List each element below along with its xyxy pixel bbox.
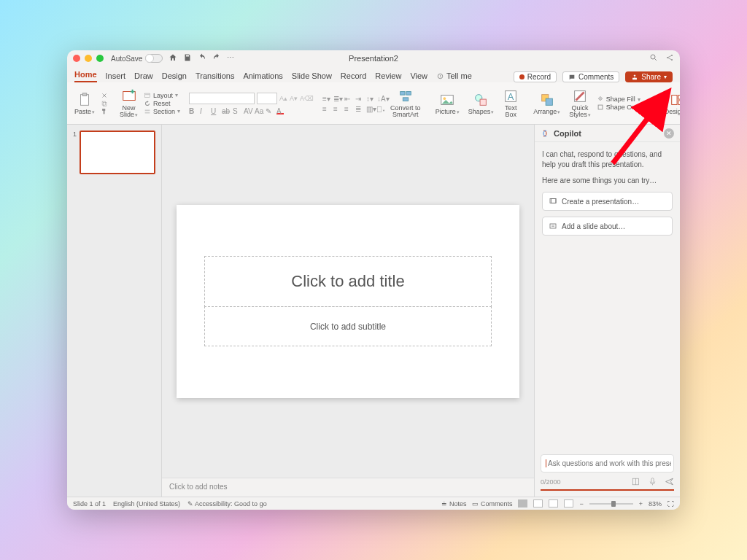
clear-format-icon[interactable]: A⌫ xyxy=(300,95,314,102)
tab-animations[interactable]: Animations xyxy=(243,69,282,82)
quick-styles-button[interactable]: Quick Styles xyxy=(566,85,594,122)
status-accessibility[interactable]: ✎ Accessibility: Good to go xyxy=(187,500,267,508)
columns-icon[interactable]: ▥▾ xyxy=(366,105,374,112)
font-color-icon[interactable]: A xyxy=(276,107,284,114)
svg-rect-34 xyxy=(651,478,654,483)
decrease-font-icon[interactable]: A▾ xyxy=(290,95,298,102)
font-family-select[interactable] xyxy=(189,93,255,104)
section-button[interactable]: Section▾ xyxy=(144,108,180,115)
shape-outline-button[interactable]: Shape Outline▾ xyxy=(597,104,653,111)
bullets-icon[interactable]: ≡▾ xyxy=(322,95,330,102)
paste-button[interactable]: Paste xyxy=(71,85,98,122)
tab-slideshow[interactable]: Slide Show xyxy=(292,69,332,82)
fit-to-window-button[interactable]: ⛶ xyxy=(667,500,674,508)
close-window-button[interactable] xyxy=(73,55,80,62)
autosave-control[interactable]: AutoSave xyxy=(111,54,163,63)
numbering-icon[interactable]: ≣▾ xyxy=(333,95,341,102)
share-button[interactable]: Share▾ xyxy=(625,71,673,82)
presentation-icon xyxy=(549,197,557,206)
slideshow-view-button[interactable] xyxy=(564,499,573,508)
maximize-window-button[interactable] xyxy=(96,55,104,62)
text-direction-icon[interactable]: ↓A▾ xyxy=(377,95,384,102)
book-icon[interactable] xyxy=(631,477,640,486)
subsuper-icon[interactable]: AV xyxy=(244,107,251,114)
canvas-area[interactable]: Click to add title Click to add subtitle xyxy=(162,125,534,478)
highlight-icon[interactable]: ✎ xyxy=(266,107,273,114)
comments-button[interactable]: Comments xyxy=(562,71,619,82)
send-icon[interactable] xyxy=(665,477,674,486)
reading-view-button[interactable] xyxy=(549,499,558,508)
normal-view-button[interactable] xyxy=(518,499,527,508)
save-icon[interactable] xyxy=(183,53,192,63)
thumbnail-number: 1 xyxy=(73,131,77,174)
bold-icon[interactable]: B xyxy=(189,107,196,114)
shapes-button[interactable]: Shapes xyxy=(465,85,498,122)
status-comments-button[interactable]: ▭ Comments xyxy=(472,500,512,508)
cut-icon[interactable] xyxy=(101,92,108,99)
undo-icon[interactable] xyxy=(198,53,206,63)
sorter-view-button[interactable] xyxy=(533,499,543,508)
tab-design[interactable]: Design xyxy=(162,69,187,82)
tab-insert[interactable]: Insert xyxy=(106,69,126,82)
zoom-out-button[interactable]: − xyxy=(579,500,583,508)
copilot-input[interactable] xyxy=(548,459,671,467)
tab-home[interactable]: Home xyxy=(74,68,97,82)
tab-draw[interactable]: Draw xyxy=(134,69,153,82)
tab-transitions[interactable]: Transitions xyxy=(196,69,234,82)
status-notes-button[interactable]: ≐ Notes xyxy=(441,500,466,508)
zoom-percent[interactable]: 83% xyxy=(649,500,662,508)
arrange-button[interactable]: Arrange xyxy=(530,85,563,122)
reset-button[interactable]: Reset xyxy=(144,100,180,107)
record-button[interactable]: Record xyxy=(514,71,557,82)
search-icon[interactable] xyxy=(649,53,658,63)
increase-font-icon[interactable]: A▴ xyxy=(279,95,287,102)
autosave-toggle[interactable] xyxy=(145,54,163,63)
copilot-char-counter: 0/2000 xyxy=(541,478,561,486)
tab-review[interactable]: Review xyxy=(375,69,401,82)
home-icon[interactable] xyxy=(169,53,177,63)
italic-icon[interactable]: I xyxy=(200,107,207,114)
underline-icon[interactable]: U xyxy=(211,107,218,114)
mic-icon[interactable] xyxy=(648,477,657,486)
align-text-icon[interactable]: ⎕▾ xyxy=(377,105,384,112)
convert-smartart-button[interactable]: Convert to SmartArt xyxy=(387,85,424,122)
shadow-icon[interactable]: S xyxy=(233,107,240,114)
zoom-in-button[interactable]: + xyxy=(639,500,643,508)
shape-fill-button[interactable]: Shape Fill▾ xyxy=(597,96,653,103)
text-box-button[interactable]: A Text Box xyxy=(500,85,522,122)
designer-button[interactable]: Designer xyxy=(662,85,680,122)
line-spacing-icon[interactable]: ↕▾ xyxy=(366,95,374,102)
strike-icon[interactable]: ab xyxy=(222,107,229,114)
redo-icon[interactable] xyxy=(212,53,221,63)
title-placeholder[interactable]: Click to add title xyxy=(204,256,492,307)
indent-inc-icon[interactable]: ⇥ xyxy=(355,95,363,102)
align-center-icon[interactable]: ≡ xyxy=(333,105,341,112)
tell-me-search[interactable]: Tell me xyxy=(436,69,472,82)
status-language[interactable]: English (United States) xyxy=(113,500,180,508)
change-case-icon[interactable]: Aa xyxy=(255,107,262,114)
suggestion-create-presentation[interactable]: Create a presentation… xyxy=(542,192,673,211)
close-pane-button[interactable]: ✕ xyxy=(664,128,674,139)
align-left-icon[interactable]: ≡ xyxy=(322,105,330,112)
suggestion-add-slide[interactable]: Add a slide about… xyxy=(542,217,673,236)
align-right-icon[interactable]: ≡ xyxy=(344,105,352,112)
tab-record[interactable]: Record xyxy=(341,69,366,82)
tab-view[interactable]: View xyxy=(410,69,427,82)
justify-icon[interactable]: ≣ xyxy=(355,105,363,112)
copilot-input-box[interactable] xyxy=(541,454,674,472)
copy-icon[interactable] xyxy=(101,100,108,107)
notes-pane[interactable]: Click to add notes xyxy=(162,478,534,497)
more-qat-icon[interactable]: ⋯ xyxy=(227,53,236,62)
slide-canvas[interactable]: Click to add title Click to add subtitle xyxy=(177,205,519,398)
share-icon[interactable] xyxy=(665,53,674,63)
indent-dec-icon[interactable]: ⇤ xyxy=(344,95,352,102)
new-slide-button[interactable]: New Slide xyxy=(117,85,141,122)
format-painter-icon[interactable] xyxy=(101,108,108,115)
layout-button[interactable]: Layout▾ xyxy=(144,92,180,99)
font-size-select[interactable] xyxy=(257,93,277,104)
subtitle-placeholder[interactable]: Click to add subtitle xyxy=(204,306,492,346)
minimize-window-button[interactable] xyxy=(85,55,92,62)
slide-thumbnail-1[interactable] xyxy=(80,131,155,174)
zoom-slider[interactable] xyxy=(589,503,633,505)
picture-button[interactable]: Picture xyxy=(433,85,462,122)
